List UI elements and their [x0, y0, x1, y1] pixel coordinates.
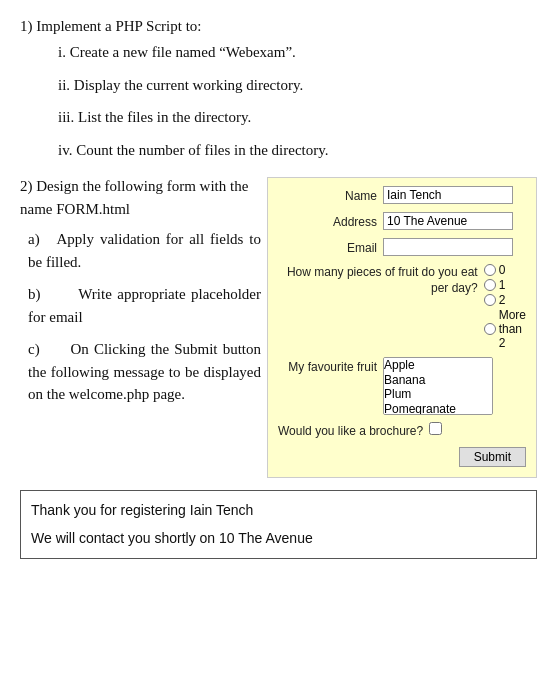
brochure-checkbox-row [429, 422, 526, 435]
form-fruit-count-label: How many pieces of fruit do you eat per … [278, 263, 484, 296]
sub-point-ii: ii. Display the current working director… [58, 74, 537, 97]
form-email-label: Email [278, 238, 383, 257]
radio-2-label: 2 [499, 293, 506, 307]
sub-point-iii-label: iii. [58, 109, 78, 125]
radio-0[interactable]: 0 [484, 263, 526, 277]
fruit-option-banana[interactable]: Banana [384, 373, 492, 387]
submit-row: Submit [278, 447, 526, 467]
abc-c-text: On Clicking the Submit button the follow… [28, 341, 261, 402]
form-fav-fruit-row: My favourite fruit Apple Banana Plum Pom… [278, 357, 526, 415]
abc-c-label: c) [28, 341, 40, 357]
sub-point-ii-text: Display the current working directory. [74, 77, 303, 93]
name-input[interactable] [383, 186, 513, 204]
sub-point-iv: iv. Count the number of files in the dir… [58, 139, 537, 162]
form-name-label: Name [278, 186, 383, 205]
submit-button[interactable]: Submit [459, 447, 526, 467]
sub-point-iii-text: List the files in the directory. [78, 109, 251, 125]
section-2-wrapper: 2) Design the following form with the na… [20, 175, 537, 478]
form-brochure-row: Would you like a brochure? [278, 422, 526, 440]
section-2-main-text: 2) Design the following form with the na… [20, 178, 248, 217]
fruit-option-plum[interactable]: Plum [384, 387, 492, 401]
email-input[interactable] [383, 238, 513, 256]
abc-b-label: b) [28, 286, 41, 302]
fruit-option-pomegranate[interactable]: Pomegranate [384, 402, 492, 416]
radio-2-input[interactable] [484, 294, 496, 306]
form-fruit-select-wrap: Apple Banana Plum Pomegranate [383, 357, 526, 415]
form-fav-fruit-label: My favourite fruit [278, 357, 383, 376]
radio-1-label: 1 [499, 278, 506, 292]
abc-a-text: Apply validation for all fields to be fi… [28, 231, 261, 270]
abc-a-label: a) [28, 231, 40, 247]
radio-more[interactable]: More than 2 [484, 308, 526, 350]
form-email-control [383, 238, 526, 256]
result-line1: Thank you for registering Iain Tench [31, 499, 526, 521]
abc-point-a: a) Apply validation for all fields to be… [28, 228, 261, 273]
radio-2[interactable]: 2 [484, 293, 526, 307]
form-brochure-control [429, 422, 526, 435]
form-name-row: Name [278, 186, 526, 205]
radio-more-input[interactable] [484, 323, 496, 335]
form-brochure-label: Would you like a brochure? [278, 422, 429, 440]
address-input[interactable] [383, 212, 513, 230]
radio-0-input[interactable] [484, 264, 496, 276]
abc-point-c: c) On Clicking the Submit button the fol… [28, 338, 261, 406]
abc-points: a) Apply validation for all fields to be… [20, 228, 261, 406]
form-address-row: Address [278, 212, 526, 231]
form-email-row: Email [278, 238, 526, 257]
sub-point-iii: iii. List the files in the directory. [58, 106, 537, 129]
abc-b-text: Write appropriate placeholder for email [28, 286, 261, 325]
sub-point-iv-label: iv. [58, 142, 76, 158]
section-1: 1) Implement a PHP Script to: i. Create … [20, 18, 537, 161]
section-2-text: 2) Design the following form with the na… [20, 175, 267, 416]
sub-point-iv-text: Count the number of files in the directo… [76, 142, 328, 158]
radio-0-label: 0 [499, 263, 506, 277]
sub-point-i-label: i. [58, 44, 70, 60]
form-fruit-count-row: How many pieces of fruit do you eat per … [278, 263, 526, 350]
sub-point-ii-label: ii. [58, 77, 74, 93]
radio-more-label: More than 2 [499, 308, 526, 350]
form-preview: Name Address Email How many pieces of fr… [267, 177, 537, 478]
section-1-subpoints: i. Create a new file named “Webexam”. ii… [20, 41, 537, 161]
form-address-label: Address [278, 212, 383, 231]
radio-options: 0 1 2 More than 2 [484, 263, 526, 350]
form-address-control [383, 212, 526, 230]
sub-point-i-text: Create a new file named “Webexam”. [70, 44, 296, 60]
result-box: Thank you for registering Iain Tench We … [20, 490, 537, 559]
brochure-checkbox[interactable] [429, 422, 442, 435]
sub-point-i: i. Create a new file named “Webexam”. [58, 41, 537, 64]
form-name-control [383, 186, 526, 204]
abc-point-b: b) Write appropriate placeholder for ema… [28, 283, 261, 328]
fruit-select[interactable]: Apple Banana Plum Pomegranate [383, 357, 493, 415]
section-1-main: 1) Implement a PHP Script to: [20, 18, 537, 35]
form-radio-group: 0 1 2 More than 2 [484, 263, 526, 350]
radio-1[interactable]: 1 [484, 278, 526, 292]
radio-1-input[interactable] [484, 279, 496, 291]
section-2-main: 2) Design the following form with the na… [20, 175, 261, 220]
result-line2: We will contact you shortly on 10 The Av… [31, 527, 526, 549]
fruit-option-apple[interactable]: Apple [384, 358, 492, 372]
